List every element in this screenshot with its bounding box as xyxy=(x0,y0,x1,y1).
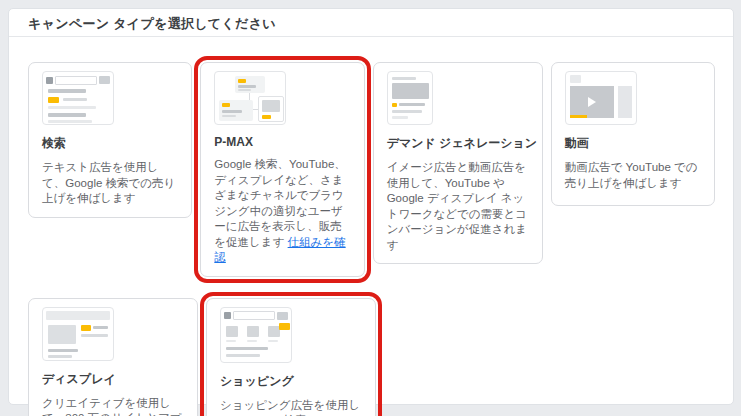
page-header-placeholder xyxy=(46,311,110,320)
browser-topbar xyxy=(46,75,110,85)
text-line xyxy=(392,77,416,80)
card-title: 動画 xyxy=(565,135,702,152)
play-icon xyxy=(588,97,596,107)
image-placeholder xyxy=(262,100,280,112)
campaign-type-panel: キャンペーン タイプを選択してください xyxy=(8,8,734,405)
campaign-card-search[interactable]: 検索 テキスト広告を使用して、Google 検索での売り上げを伸ばします xyxy=(28,62,192,218)
video-player-placeholder xyxy=(570,86,614,118)
text-line xyxy=(48,113,86,117)
card-description: テキスト広告を使用して、Google 検索での売り上げを伸ばします xyxy=(42,160,179,207)
search-illustration xyxy=(42,71,114,125)
ad-badge xyxy=(279,323,290,330)
logo-placeholder xyxy=(224,312,231,319)
card-title: 検索 xyxy=(42,135,179,152)
connector-line xyxy=(249,93,250,100)
text-line xyxy=(247,340,257,342)
text-line xyxy=(48,349,78,352)
card-title: P-MAX xyxy=(214,135,351,149)
product-thumbnail xyxy=(247,326,259,337)
card-title: ディスプレイ xyxy=(42,371,185,388)
campaign-card-shopping[interactable]: ショッピング ショッピング広告を使用して、Google 検索で Merchant… xyxy=(206,298,376,416)
browser-topbar xyxy=(224,311,288,321)
demand-gen-illustration xyxy=(387,71,433,125)
card-description: 動画広告で YouTube での売り上げを伸ばします xyxy=(565,160,702,191)
text-line xyxy=(226,340,236,342)
panel-title: キャンペーン タイプを選択してください xyxy=(9,9,733,37)
card-description-text: Google 検索、YouTube、ディスプレイなど、さまざまなチャネルでブラウ… xyxy=(214,158,345,248)
card-description: Google 検索、YouTube、ディスプレイなど、さまざまなチャネルでブラウ… xyxy=(214,157,351,266)
ad-badge xyxy=(238,79,246,83)
search-button-placeholder xyxy=(277,312,288,320)
text-line xyxy=(392,116,408,119)
channel-card xyxy=(258,96,284,122)
video-illustration xyxy=(565,71,637,125)
search-box-placeholder xyxy=(55,76,97,85)
text-line xyxy=(48,89,86,93)
ad-badge xyxy=(262,115,271,119)
card-title: デマンド ジェネレーション xyxy=(387,135,530,152)
card-description: ショッピング広告を使用して、Google 検索で Merchant Center… xyxy=(220,398,363,416)
channel-card xyxy=(235,76,265,93)
video-logo-placeholder xyxy=(570,75,581,83)
text-line xyxy=(81,334,108,337)
channel-card xyxy=(219,100,253,121)
text-line xyxy=(222,110,242,113)
text-line xyxy=(93,326,108,329)
text-line xyxy=(48,106,96,109)
text-line xyxy=(222,115,236,117)
text-line xyxy=(226,347,268,350)
text-line xyxy=(63,98,87,101)
progress-bar xyxy=(570,115,587,118)
search-box-placeholder xyxy=(233,311,275,320)
image-placeholder xyxy=(392,83,429,99)
text-line xyxy=(238,85,256,88)
display-illustration xyxy=(42,307,114,361)
campaign-card-demand-gen[interactable]: デマンド ジェネレーション イメージ広告と動画広告を使用して、YouTube や… xyxy=(373,62,543,264)
image-placeholder xyxy=(48,325,76,344)
campaign-card-pmax[interactable]: P-MAX Google 検索、YouTube、ディスプレイなど、さまざまなチャ… xyxy=(200,62,364,277)
card-row-2: ディスプレイ クリエイティブを使用して、300 万のサイトとアプリで見込み顧客に… xyxy=(28,298,715,416)
text-line xyxy=(48,120,92,123)
card-description: イメージ広告と動画広告を使用して、YouTube や Google ディスプレイ… xyxy=(387,160,530,253)
card-title: ショッピング xyxy=(220,373,363,390)
ad-badge xyxy=(81,325,91,331)
campaign-type-grid: 検索 テキスト広告を使用して、Google 検索での売り上げを伸ばします xyxy=(9,37,733,416)
search-button-placeholder xyxy=(99,76,110,84)
text-line xyxy=(268,340,278,342)
campaign-card-video[interactable]: 動画 動画広告で YouTube での売り上げを伸ばします xyxy=(551,62,715,206)
logo-placeholder xyxy=(46,77,53,84)
product-thumbnail xyxy=(226,326,238,337)
pmax-illustration xyxy=(214,71,286,125)
campaign-card-display[interactable]: ディスプレイ クリエイティブを使用して、300 万のサイトとアプリで見込み顧客に… xyxy=(28,298,198,416)
text-line xyxy=(226,354,260,357)
ad-badge xyxy=(222,103,230,107)
text-line xyxy=(238,89,251,91)
text-line xyxy=(392,110,422,113)
card-row-1: 検索 テキスト広告を使用して、Google 検索での売り上げを伸ばします xyxy=(28,62,715,277)
card-description: クリエイティブを使用して、300 万のサイトとアプリで見込み顧客にリーチします xyxy=(42,396,185,416)
text-line xyxy=(48,355,72,358)
shopping-illustration xyxy=(220,307,292,363)
ad-badge xyxy=(48,97,59,103)
video-sidebar-placeholder xyxy=(618,86,632,118)
ad-badge xyxy=(392,103,397,107)
text-line xyxy=(399,103,425,106)
